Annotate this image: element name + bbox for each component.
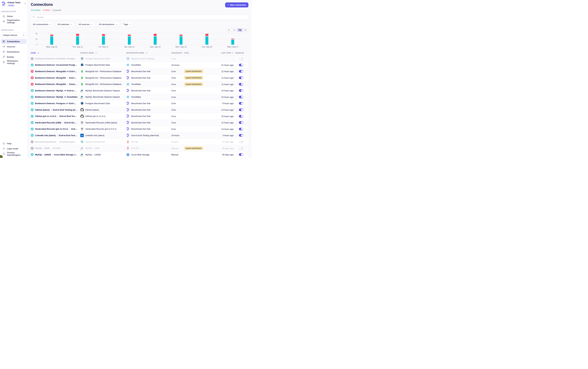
enabled-toggle[interactable] xyxy=(239,121,243,124)
sidebar-item-connections[interactable]: Connections xyxy=(1,39,27,44)
sidebar-item-destinations[interactable]: Destinations xyxy=(1,49,27,54)
svg-text:in: in xyxy=(81,134,83,136)
chart-x-label: Sun, Sep 14 xyxy=(142,46,168,48)
toggle-knob xyxy=(241,128,243,130)
column-label: DESTINATION NAME xyxy=(126,52,144,54)
chevron-updown-icon xyxy=(22,34,25,37)
postgres-icon xyxy=(80,63,84,67)
column-label: LAST SYNC xyxy=(221,52,231,54)
filter-all-statuses[interactable]: All statuses xyxy=(55,22,75,27)
bar-succeeded xyxy=(128,36,131,45)
enabled-toggle[interactable] xyxy=(239,153,243,156)
table-row[interactable]: Bottleneck Detector: Incremental Postgre… xyxy=(31,62,249,68)
table-row[interactable]: GitHub (latest) → End-to-End Testing (/d… xyxy=(31,107,249,113)
range-30d[interactable]: 30d xyxy=(242,29,248,31)
connection-name: Bottleneck Detector: Incremental Postgre… xyxy=(35,64,77,66)
table-row[interactable]: LinkedIn Ads (latest) → End-to-End Testi… xyxy=(31,132,249,139)
range-24h[interactable]: 24h xyxy=(231,29,237,31)
sidebar-item-organization-settings[interactable]: Organization settings xyxy=(1,19,27,24)
sync-history-chart: 01632 xyxy=(31,34,246,45)
sidebar-item-builder[interactable]: Builder xyxy=(1,54,27,59)
sort-both-icon xyxy=(146,52,147,54)
column-header-name[interactable]: NAME xyxy=(31,52,80,54)
table-row[interactable]: Bottleneck Detector: MongoDb → End-to-En… xyxy=(31,75,249,81)
postgres-icon xyxy=(80,102,84,105)
enabled-toggle[interactable] xyxy=(239,147,243,150)
frequency: 24 hours xyxy=(171,134,179,137)
destination-name: S3 File xyxy=(131,141,138,143)
table-row[interactable]: Hardcoded Records (24M) → End-to-End Te.… xyxy=(31,120,249,126)
table-row[interactable]: Bottleneck Detector: MongoDb <> End-to-E… xyxy=(31,68,249,75)
sidebar-item-label: Connections xyxy=(7,40,20,43)
enabled-toggle[interactable] xyxy=(239,76,243,79)
chart-x-label: Wed, Sep 17 xyxy=(220,46,246,48)
table-row[interactable]: Microsoft SharePoint → S3 (13mb performa… xyxy=(31,139,249,145)
table-row[interactable]: MySQL - 10GB → S3 CSV MySQL MySQL - 10GB… xyxy=(31,145,249,152)
main-content: Connections + New connection 29 healthy·… xyxy=(28,0,251,158)
svg-text:S: S xyxy=(81,141,82,142)
sidebar-item-help[interactable]: ? Help xyxy=(1,141,27,146)
last-sync: 55 days ago xyxy=(222,147,234,150)
table-row[interactable]: Bottleneck Detector: MySQL <> End-to-End… xyxy=(31,87,249,94)
workspace-selector[interactable]: Airbyte Internal xyxy=(1,33,26,38)
column-header-destination-name[interactable]: DESTINATION NAME xyxy=(126,52,171,54)
status-success-icon xyxy=(31,134,34,137)
enabled-toggle[interactable] xyxy=(239,109,243,111)
search-box xyxy=(31,15,249,20)
destination-name: Snowflake xyxy=(131,64,141,66)
chart-bar-mon-sep-15 xyxy=(179,34,182,45)
toggle-knob xyxy=(241,122,243,124)
chart-x-label: Wed, Sep 10 xyxy=(39,46,65,48)
enabled-toggle[interactable] xyxy=(239,64,243,66)
filter-all-connections[interactable]: All connections xyxy=(31,22,54,27)
enabled-toggle[interactable] xyxy=(239,57,243,60)
enabled-toggle[interactable] xyxy=(239,89,243,92)
enabled-toggle[interactable] xyxy=(239,115,243,118)
sidebar-item-sources[interactable]: Sources xyxy=(1,44,27,49)
search-input[interactable] xyxy=(37,16,247,19)
enabled-toggle[interactable] xyxy=(239,96,243,98)
enabled-toggle[interactable] xyxy=(239,102,243,105)
enabled-toggle[interactable] xyxy=(239,128,243,130)
new-connection-button[interactable]: + New connection xyxy=(225,2,249,7)
connection-name: Hardcoded Records (24M) → End-to-End Te.… xyxy=(35,122,77,124)
sidebar-footer-nav: ? Help Light mode Octavia Squiddington xyxy=(0,141,28,158)
sidebar-item-label: Organization settings xyxy=(7,19,25,24)
column-header-last-sync[interactable]: LAST SYNC xyxy=(215,52,234,54)
connection-name: MySQL - 128GB → Azure Blob Storage JSOn … xyxy=(35,154,77,156)
sidebar-item-label: Workspace settings xyxy=(7,60,25,64)
filter-tags[interactable]: Tags xyxy=(121,22,133,27)
enabled-toggle[interactable] xyxy=(239,141,243,143)
airbyte-icon xyxy=(126,102,130,105)
enabled-toggle[interactable] xyxy=(239,134,243,137)
range-6h[interactable]: 6h xyxy=(227,29,231,31)
table-row[interactable]: Bottleneck Detector Candidate: Postgres … xyxy=(31,55,249,62)
column-label: FREQUENCY xyxy=(171,52,183,54)
table-row[interactable]: GitHub (pin to v1.8.1) → End-to-End Test… xyxy=(31,113,249,120)
table-row[interactable]: Hardcoded Records (pin to 0.0.1) → End-t… xyxy=(31,126,249,133)
bar-failed xyxy=(154,34,157,36)
column-label: SOURCE NAME xyxy=(80,52,94,54)
sidebar-item-home[interactable]: Home xyxy=(1,14,27,19)
filter-all-sources[interactable]: All sources xyxy=(76,22,95,27)
destination-name: End-to-End Testing (/dev/null) xyxy=(131,134,159,137)
sidebar-item-octavia-squiddington[interactable]: Octavia Squiddington xyxy=(1,151,27,156)
table-row[interactable]: Bottleneck Detector: MongoDb → Snowflake… xyxy=(31,81,249,87)
mongodb-icon xyxy=(80,82,84,86)
column-header-source-name[interactable]: SOURCE NAME xyxy=(80,52,126,54)
filter-all-destinations[interactable]: All destinations xyxy=(97,22,120,27)
sidebar-item-workspace-settings[interactable]: Workspace settings xyxy=(1,60,27,64)
source-name: MySQL - 128GB xyxy=(85,154,101,156)
chart-x-label: Tue, Sep 16 xyxy=(194,46,220,48)
table-row[interactable]: MySQL - 128GB → Azure Blob Storage JSOn … xyxy=(31,152,249,158)
enabled-toggle[interactable] xyxy=(239,83,243,86)
github-icon xyxy=(80,114,84,118)
sidebar-item-light-mode[interactable]: Light mode xyxy=(1,146,27,151)
enabled-toggle[interactable] xyxy=(239,70,243,72)
table-row[interactable]: Bottleneck Detector: Postgres <> End-to-… xyxy=(31,100,249,107)
team-switcher[interactable]: Airbyte Team TEAMS xyxy=(0,0,28,8)
table-row[interactable]: Bottleneck Detector: MySQL <> Snowflake … xyxy=(31,94,249,100)
range-7d[interactable]: 7d xyxy=(237,29,242,31)
light-mode-icon xyxy=(2,147,5,150)
bar-succeeded xyxy=(154,36,157,45)
